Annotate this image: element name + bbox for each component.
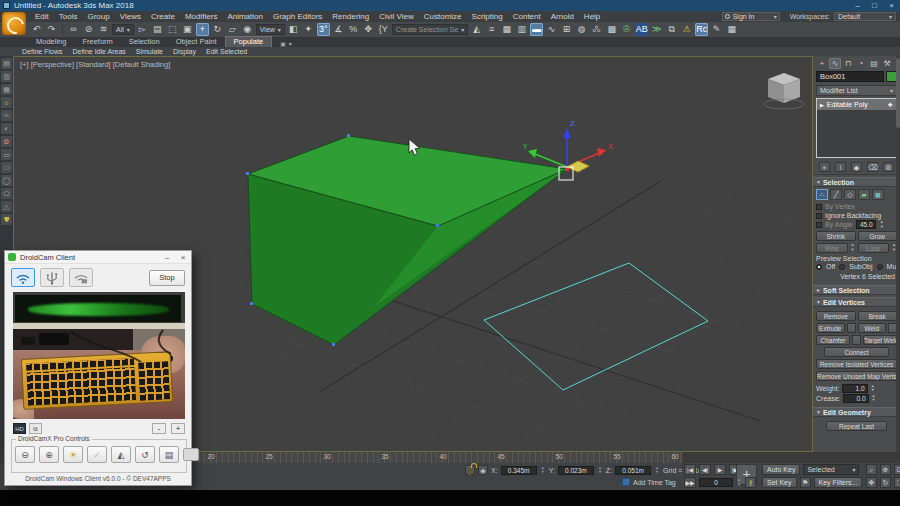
repeat-last-button[interactable]: Repeat Last xyxy=(826,421,887,431)
menu-civil-view[interactable]: Civil View xyxy=(374,11,419,22)
add-time-tag[interactable]: Add Time Tag xyxy=(633,479,676,486)
tab-populate[interactable]: Populate xyxy=(225,36,273,47)
set-key-button[interactable]: Set Key xyxy=(762,477,797,488)
key-filters-button[interactable]: Key Filters... xyxy=(814,477,863,488)
angle-snap-icon[interactable]: ∡ xyxy=(332,23,345,36)
menu-group[interactable]: Group xyxy=(82,11,114,22)
resolution-icon[interactable]: HD xyxy=(13,423,26,434)
chamfer-settings-button[interactable] xyxy=(852,335,861,345)
material-editor-icon[interactable]: ◍ xyxy=(575,23,588,36)
unlink-icon[interactable]: ⊘ xyxy=(82,23,95,36)
left-toolbar-icon[interactable]: ⬭ xyxy=(1,162,12,173)
ribbon-simulate[interactable]: Simulate xyxy=(136,48,163,55)
layer-explorer-icon[interactable]: ▥ xyxy=(515,23,528,36)
rotate-icon[interactable]: ↺ xyxy=(135,446,155,463)
auto-key-button[interactable]: Auto Key xyxy=(762,464,800,475)
ribbon-toggle-icon[interactable]: ▬ xyxy=(530,23,543,36)
ribbon-define-flows[interactable]: Define Flows xyxy=(22,48,62,55)
edit-vertices-header[interactable]: ▼Edit Vertices xyxy=(813,297,900,307)
modifier-list-dropdown[interactable]: Modifier List ▾ xyxy=(816,85,897,96)
droidcam-titlebar[interactable]: DroidCam Client – × xyxy=(5,251,191,264)
vertex-subobject-icon[interactable]: ∴ xyxy=(816,189,828,200)
selection-lock-container[interactable] xyxy=(465,465,475,475)
window-crossing-icon[interactable]: ▣ xyxy=(181,23,194,36)
crease-value[interactable]: 0.0 xyxy=(843,394,869,403)
by-angle-spinner[interactable]: ▲▼ xyxy=(879,220,885,229)
spinner-snap-icon[interactable]: ✥ xyxy=(362,23,375,36)
scene-converter-icon[interactable]: ⧉ xyxy=(665,23,678,36)
modifier-stack[interactable]: ▶ Editable Poly ❖ xyxy=(816,98,897,158)
menu-arnold[interactable]: Arnold xyxy=(546,11,579,22)
undo-icon[interactable]: ↶ xyxy=(30,23,43,36)
maximize-viewport-icon[interactable]: ⛶ xyxy=(894,477,900,488)
render-setup-icon[interactable]: 🝆 xyxy=(590,23,603,36)
target-weld-button[interactable]: Target Weld xyxy=(863,335,897,345)
preview-multi-radio[interactable] xyxy=(877,264,883,270)
soft-selection-header[interactable]: ►Soft Selection xyxy=(813,285,900,295)
selection-rollout-header[interactable]: ▼Selection xyxy=(813,177,900,187)
mirror-icon[interactable]: ◭ xyxy=(470,23,483,36)
droidcam-close-icon[interactable]: × xyxy=(175,253,191,262)
enlarge-window-button[interactable]: + xyxy=(171,423,185,434)
select-link-icon[interactable]: ∞ xyxy=(67,23,80,36)
element-subobject-icon[interactable]: ◼ xyxy=(872,189,884,200)
break-button[interactable]: Break xyxy=(858,311,898,321)
select-by-name-icon[interactable]: ▤ xyxy=(151,23,164,36)
by-angle-checkbox[interactable] xyxy=(816,222,822,228)
menu-help[interactable]: Help xyxy=(579,11,605,22)
schematic-view-icon[interactable]: ⊞ xyxy=(560,23,573,36)
hierarchy-tab-icon[interactable]: ⊓ xyxy=(842,58,854,69)
weld-button[interactable]: Weld xyxy=(858,323,887,333)
left-toolbar-icon[interactable]: ☼ xyxy=(1,97,12,108)
menu-tools[interactable]: Tools xyxy=(54,11,83,22)
chevron-down-icon[interactable]: ▾ xyxy=(289,40,292,47)
redo-icon[interactable]: ↷ xyxy=(45,23,58,36)
left-toolbar-icon[interactable]: ✿ xyxy=(1,136,12,147)
use-pivot-icon[interactable]: ◧ xyxy=(287,23,300,36)
chamfer-button[interactable]: Chamfer xyxy=(816,335,850,345)
object-name-field[interactable]: Box001 xyxy=(816,71,884,82)
usb-connect-button[interactable] xyxy=(40,268,64,287)
render-production-icon[interactable]: ✇ xyxy=(620,23,633,36)
border-subobject-icon[interactable]: ◇ xyxy=(844,189,856,200)
left-toolbar-icon[interactable]: ▦ xyxy=(1,84,12,95)
menu-rendering[interactable]: Rendering xyxy=(327,11,374,22)
edit-geometry-header[interactable]: ▼Edit Geometry xyxy=(813,407,900,417)
panel-scrollbar[interactable] xyxy=(896,56,900,452)
pencil-icon[interactable]: ✎ xyxy=(710,23,723,36)
menu-scripting[interactable]: Scripting xyxy=(467,11,508,22)
named-sets-icon[interactable]: {Y xyxy=(377,23,390,36)
left-toolbar-icon[interactable]: ▥ xyxy=(1,71,12,82)
by-angle-value[interactable]: 45.0 xyxy=(856,220,876,229)
droidcam-minimize-icon[interactable]: – xyxy=(159,253,175,262)
menu-edit[interactable]: Edit xyxy=(30,11,54,22)
y-coordinate-field[interactable]: 0.023m xyxy=(558,466,594,475)
modify-tab-icon[interactable]: ∿ xyxy=(829,58,841,69)
key-filter-icon[interactable]: ⚑ xyxy=(800,477,811,488)
remove-button[interactable]: Remove xyxy=(816,311,856,321)
create-tab-icon[interactable]: + xyxy=(816,58,828,69)
close-icon[interactable]: × xyxy=(883,0,900,11)
tab-object-paint[interactable]: Object Paint xyxy=(168,37,225,47)
menu-content[interactable]: Content xyxy=(508,11,546,22)
grow-button[interactable]: Grow xyxy=(858,231,898,241)
preview-off-radio[interactable] xyxy=(816,264,822,270)
snaps-toggle-icon[interactable]: 3° xyxy=(317,23,330,36)
left-toolbar-icon[interactable]: ▤ xyxy=(1,58,12,69)
ring-button[interactable]: Ring xyxy=(816,243,848,253)
stack-item-editable-poly[interactable]: ▶ Editable Poly ❖ xyxy=(817,99,896,110)
ribbon-define-idle-areas[interactable]: Define Idle Areas xyxy=(72,48,125,55)
loop-button[interactable]: Loop xyxy=(858,243,890,253)
warning-icon[interactable]: ⚠ xyxy=(680,23,693,36)
weight-value[interactable]: 1.0 xyxy=(842,384,868,393)
reference-coordinate-dropdown[interactable]: View ▾ xyxy=(256,24,285,35)
menu-modifiers[interactable]: Modifiers xyxy=(180,11,222,22)
tab-freeform[interactable]: Freeform xyxy=(74,37,120,47)
preview-subobj-radio[interactable] xyxy=(839,264,845,270)
minimize-icon[interactable]: – xyxy=(849,0,866,11)
edge-subobject-icon[interactable]: ╱ xyxy=(830,189,842,200)
selection-region-icon[interactable]: ⬚ xyxy=(166,23,179,36)
ribbon-camera-icon[interactable]: ▣ xyxy=(280,40,286,47)
rendered-frame-icon[interactable]: ▩ xyxy=(605,23,618,36)
zoom-in-icon[interactable]: ⊕ xyxy=(39,446,59,463)
